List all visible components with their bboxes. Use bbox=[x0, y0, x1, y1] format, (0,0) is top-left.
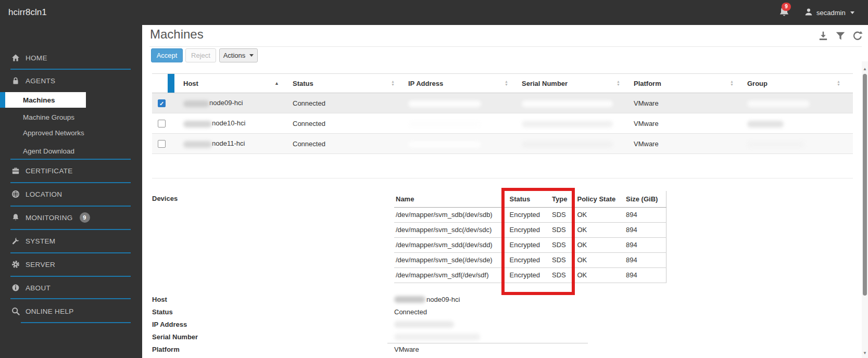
filter-button[interactable] bbox=[835, 30, 846, 44]
chevron-down-icon bbox=[249, 54, 254, 57]
username: secadmin bbox=[816, 9, 846, 17]
topbar: hcirr8cln1 9 secadmin bbox=[0, 0, 868, 25]
sidebar-item-machines[interactable]: Machines bbox=[0, 92, 86, 108]
device-type-cell: SDS bbox=[544, 207, 574, 222]
machines-table-header: Host Status IP Address Serial Number Pla… bbox=[152, 74, 853, 93]
host-cell: node10-hci bbox=[212, 119, 245, 127]
sidebar-item-label: ABOUT bbox=[26, 284, 51, 292]
sidebar-item-home[interactable]: HOME bbox=[0, 51, 142, 65]
export-download-button[interactable] bbox=[817, 30, 829, 44]
actions-dropdown-button[interactable]: Actions bbox=[219, 48, 258, 62]
redacted-text bbox=[183, 100, 209, 107]
vertical-scrollbar[interactable]: ▲ ▼ bbox=[862, 61, 868, 358]
sidebar-item-online-help[interactable]: ONLINE HELP bbox=[0, 304, 142, 318]
home-icon bbox=[11, 54, 20, 62]
status-cell: Connected bbox=[293, 140, 325, 148]
column-label: Host bbox=[183, 80, 198, 87]
column-header-host[interactable]: Host bbox=[168, 74, 292, 93]
column-header-ip-address[interactable]: IP Address bbox=[407, 74, 521, 93]
sidebar-item-label: Machines bbox=[23, 96, 55, 104]
panel-border bbox=[152, 178, 853, 178]
notifications-button[interactable]: 9 bbox=[778, 5, 794, 21]
device-status-cell: Encrypted bbox=[504, 252, 544, 267]
column-label: Group bbox=[747, 80, 768, 87]
reject-button[interactable]: Reject bbox=[185, 48, 216, 62]
actions-label: Actions bbox=[223, 52, 246, 59]
sidebar: HOME AGENTS Machines Machine Groups Appr… bbox=[0, 25, 142, 358]
sidebar-item-agents[interactable]: AGENTS bbox=[0, 74, 142, 87]
scroll-down-arrow[interactable]: ▼ bbox=[862, 351, 868, 355]
table-row: /dev/mapper/svm_sdc(/dev/sdc) Encrypted … bbox=[394, 222, 666, 237]
refresh-icon bbox=[852, 30, 863, 42]
sidebar-item-agent-download[interactable]: Agent Download bbox=[0, 145, 142, 157]
sidebar-item-system[interactable]: SYSTEM bbox=[0, 234, 142, 248]
select-all-header[interactable] bbox=[152, 74, 168, 93]
refresh-button[interactable] bbox=[852, 30, 863, 44]
detail-row-serial-number: Serial Number bbox=[152, 333, 673, 341]
sidebar-item-location[interactable]: LOCATION bbox=[0, 187, 142, 201]
field-label: Status bbox=[152, 308, 394, 316]
sort-icon bbox=[505, 80, 508, 86]
divider bbox=[21, 322, 131, 323]
device-name-cell: /dev/mapper/svm_sdd(/dev/sdd) bbox=[394, 237, 504, 252]
column-header-policy-state: Policy State bbox=[574, 191, 622, 207]
column-header-status[interactable]: Status bbox=[292, 74, 407, 93]
divider bbox=[10, 298, 131, 299]
sidebar-item-server[interactable]: SERVER bbox=[0, 258, 142, 271]
column-header-serial-number[interactable]: Serial Number bbox=[521, 74, 633, 93]
table-row[interactable]: node10-hci Connected VMware bbox=[152, 113, 853, 134]
device-size-cell: 894 bbox=[622, 222, 666, 237]
filter-icon bbox=[835, 30, 846, 42]
bell-icon bbox=[778, 11, 790, 20]
column-header-platform[interactable]: Platform bbox=[633, 74, 746, 93]
device-size-cell: 894 bbox=[622, 207, 666, 222]
accept-button[interactable]: Accept bbox=[151, 48, 183, 62]
redacted-text bbox=[747, 100, 810, 107]
column-label: Serial Number bbox=[522, 80, 568, 87]
table-row: /dev/mapper/svm_sdf(/dev/sdf) Encrypted … bbox=[394, 267, 666, 283]
lock-icon bbox=[11, 76, 20, 85]
field-value: VMware bbox=[394, 346, 419, 353]
redacted-text bbox=[394, 296, 425, 303]
device-name-cell: /dev/mapper/svm_sdb(/dev/sdb) bbox=[394, 207, 504, 222]
app-title: hcirr8cln1 bbox=[8, 0, 47, 25]
redacted-text bbox=[408, 121, 481, 127]
table-row: /dev/mapper/svm_sde(/dev/sde) Encrypted … bbox=[394, 252, 666, 267]
sidebar-item-approved-networks[interactable]: Approved Networks bbox=[0, 127, 142, 138]
device-type-cell: SDS bbox=[544, 267, 574, 283]
status-cell: Connected bbox=[293, 120, 325, 127]
row-checkbox[interactable] bbox=[158, 120, 166, 127]
sidebar-item-certificate[interactable]: CERTIFICATE bbox=[0, 164, 142, 177]
table-row[interactable]: node09-hci Connected VMware bbox=[152, 93, 853, 113]
column-header-type: Type bbox=[544, 191, 574, 207]
column-header-group[interactable]: Group bbox=[746, 74, 853, 93]
scroll-up-arrow[interactable]: ▲ bbox=[862, 67, 868, 71]
sidebar-item-machine-groups[interactable]: Machine Groups bbox=[0, 111, 142, 123]
scrollbar-thumb[interactable] bbox=[863, 74, 867, 296]
redacted-text bbox=[408, 100, 481, 107]
search-icon bbox=[11, 307, 20, 315]
user-menu[interactable]: secadmin bbox=[804, 0, 854, 25]
device-name-cell: /dev/mapper/svm_sde(/dev/sde) bbox=[394, 252, 504, 267]
device-type-cell: SDS bbox=[544, 252, 574, 267]
table-row: /dev/mapper/svm_sdd(/dev/sdd) Encrypted … bbox=[394, 237, 666, 252]
row-checkbox[interactable] bbox=[158, 140, 166, 148]
redacted-text bbox=[408, 141, 481, 148]
row-checkbox[interactable] bbox=[158, 99, 166, 107]
column-label: Platform bbox=[634, 80, 661, 87]
detail-row-status: Status Connected bbox=[152, 308, 673, 316]
sidebar-item-label: ONLINE HELP bbox=[26, 308, 74, 315]
field-label: IP Address bbox=[152, 321, 394, 328]
sort-icon bbox=[730, 80, 734, 86]
sidebar-item-monitoring[interactable]: MONITORING 9 bbox=[0, 211, 142, 224]
user-icon bbox=[804, 8, 813, 18]
divider bbox=[10, 182, 131, 183]
platform-cell: VMware bbox=[634, 99, 659, 107]
status-cell: Connected bbox=[293, 99, 325, 107]
device-status-cell: Encrypted bbox=[504, 207, 544, 222]
info-icon bbox=[11, 284, 20, 292]
redacted-text bbox=[747, 141, 804, 148]
table-row[interactable]: node11-hci Connected VMware bbox=[152, 134, 853, 154]
sort-asc-icon bbox=[274, 81, 279, 86]
sidebar-item-about[interactable]: ABOUT bbox=[0, 281, 142, 295]
